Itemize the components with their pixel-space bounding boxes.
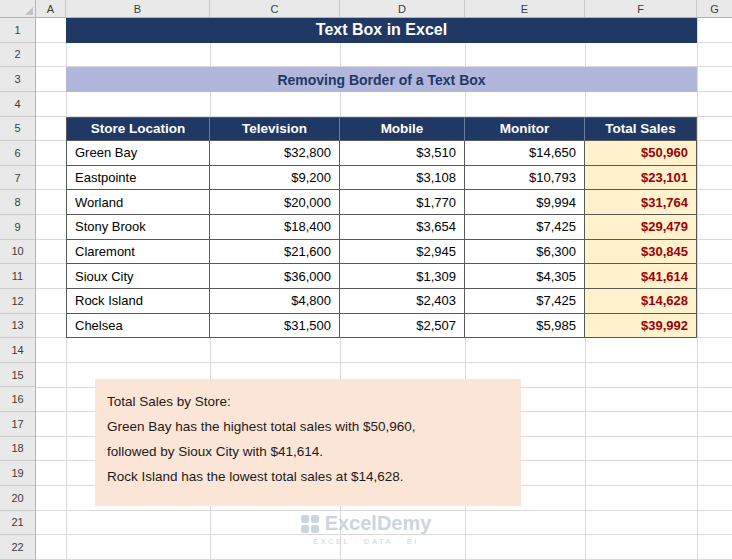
cell-total-sales[interactable]: $41,614 bbox=[585, 264, 697, 289]
table-row: Worland $20,000 $1,770 $9,994 $31,764 bbox=[66, 190, 697, 215]
table-row: Claremont $21,600 $2,945 $6,300 $30,845 bbox=[66, 240, 697, 265]
cell-store[interactable]: Worland bbox=[66, 190, 210, 215]
column-header-a[interactable]: A bbox=[36, 0, 66, 17]
row-header-15[interactable]: 15 bbox=[0, 363, 35, 388]
watermark-brand: ExcelDemy bbox=[325, 512, 432, 535]
cell-mobile[interactable]: $3,654 bbox=[340, 215, 465, 240]
cell-mobile[interactable]: $2,403 bbox=[340, 289, 465, 314]
row-header-12[interactable]: 12 bbox=[0, 289, 35, 314]
cell-television[interactable]: $4,800 bbox=[210, 289, 340, 314]
table-header-television[interactable]: Television bbox=[210, 117, 340, 142]
watermark-brand-row: ExcelDemy bbox=[266, 512, 466, 535]
row-header-17[interactable]: 17 bbox=[0, 412, 35, 437]
select-all-corner[interactable] bbox=[0, 0, 36, 18]
table-header-total-sales[interactable]: Total Sales bbox=[585, 117, 697, 142]
cell-television[interactable]: $20,000 bbox=[210, 190, 340, 215]
cell-mobile[interactable]: $1,770 bbox=[340, 190, 465, 215]
cell-television[interactable]: $21,600 bbox=[210, 240, 340, 265]
cell-television[interactable]: $31,500 bbox=[210, 314, 340, 339]
cell-monitor[interactable]: $7,425 bbox=[465, 289, 585, 314]
cell-monitor[interactable]: $10,793 bbox=[465, 166, 585, 191]
row-header-18[interactable]: 18 bbox=[0, 437, 35, 462]
cell-monitor[interactable]: $6,300 bbox=[465, 240, 585, 265]
summary-text-box[interactable]: Total Sales by Store: Green Bay has the … bbox=[95, 379, 521, 506]
cell-total-sales[interactable]: $31,764 bbox=[585, 190, 697, 215]
cell-store[interactable]: Eastpointe bbox=[66, 166, 210, 191]
row-header-11[interactable]: 11 bbox=[0, 264, 35, 289]
column-header-f[interactable]: F bbox=[585, 0, 697, 17]
row-header-14[interactable]: 14 bbox=[0, 338, 35, 363]
cell-total-sales[interactable]: $39,992 bbox=[585, 314, 697, 339]
text-box-line: Total Sales by Store: bbox=[107, 389, 509, 414]
sales-table: Store Location Television Mobile Monitor… bbox=[66, 117, 697, 339]
row-header-7[interactable]: 7 bbox=[0, 166, 35, 191]
cell-television[interactable]: $32,800 bbox=[210, 141, 340, 166]
cell-store[interactable]: Sioux City bbox=[66, 264, 210, 289]
cell-monitor[interactable]: $14,650 bbox=[465, 141, 585, 166]
table-row: Sioux City $36,000 $1,309 $4,305 $41,614 bbox=[66, 264, 697, 289]
cell-mobile[interactable]: $3,108 bbox=[340, 166, 465, 191]
row-header-5[interactable]: 5 bbox=[0, 117, 35, 142]
cell-store[interactable]: Chelsea bbox=[66, 314, 210, 339]
row-header-4[interactable]: 4 bbox=[0, 92, 35, 117]
table-row: Rock Island $4,800 $2,403 $7,425 $14,628 bbox=[66, 289, 697, 314]
cell-mobile[interactable]: $2,945 bbox=[340, 240, 465, 265]
gridline-vertical bbox=[697, 18, 698, 560]
row-header-16[interactable]: 16 bbox=[0, 387, 35, 412]
cell-total-sales[interactable]: $50,960 bbox=[585, 141, 697, 166]
row-header-2[interactable]: 2 bbox=[0, 43, 35, 68]
column-header-d[interactable]: D bbox=[340, 0, 465, 17]
text-box-line: followed by Sioux City with $41,614. bbox=[107, 439, 509, 464]
cell-store[interactable]: Stony Brook bbox=[66, 215, 210, 240]
title-banner-cell[interactable]: Text Box in Excel bbox=[66, 18, 697, 43]
cell-total-sales[interactable]: $30,845 bbox=[585, 240, 697, 265]
cell-mobile[interactable]: $2,507 bbox=[340, 314, 465, 339]
table-header-mobile[interactable]: Mobile bbox=[340, 117, 465, 142]
cell-monitor[interactable]: $7,425 bbox=[465, 215, 585, 240]
cell-monitor[interactable]: $5,985 bbox=[465, 314, 585, 339]
row-header-3[interactable]: 3 bbox=[0, 67, 35, 92]
row-header-19[interactable]: 19 bbox=[0, 461, 35, 486]
row-header-10[interactable]: 10 bbox=[0, 240, 35, 265]
row-header-1[interactable]: 1 bbox=[0, 18, 35, 43]
watermark-tagline: EXCEL · DATA · BI bbox=[266, 537, 466, 546]
table-row: Chelsea $31,500 $2,507 $5,985 $39,992 bbox=[66, 314, 697, 339]
column-header-bar: A B C D E F G bbox=[36, 0, 732, 18]
row-header-9[interactable]: 9 bbox=[0, 215, 35, 240]
table-row: Eastpointe $9,200 $3,108 $10,793 $23,101 bbox=[66, 166, 697, 191]
table-header-monitor[interactable]: Monitor bbox=[465, 117, 585, 142]
cell-store[interactable]: Claremont bbox=[66, 240, 210, 265]
table-header-row: Store Location Television Mobile Monitor… bbox=[66, 117, 697, 142]
cell-monitor[interactable]: $4,305 bbox=[465, 264, 585, 289]
cell-monitor[interactable]: $9,994 bbox=[465, 190, 585, 215]
column-header-b[interactable]: B bbox=[66, 0, 210, 17]
column-header-c[interactable]: C bbox=[210, 0, 340, 17]
row-header-22[interactable]: 22 bbox=[0, 535, 35, 560]
cell-total-sales[interactable]: $29,479 bbox=[585, 215, 697, 240]
row-header-6[interactable]: 6 bbox=[0, 141, 35, 166]
row-header-13[interactable]: 13 bbox=[0, 314, 35, 339]
cell-television[interactable]: $18,400 bbox=[210, 215, 340, 240]
text-box-line: Green Bay has the highest total sales wi… bbox=[107, 414, 509, 439]
table-row: Green Bay $32,800 $3,510 $14,650 $50,960 bbox=[66, 141, 697, 166]
column-header-g[interactable]: G bbox=[697, 0, 732, 17]
cell-mobile[interactable]: $1,309 bbox=[340, 264, 465, 289]
exceldemy-watermark: ExcelDemy EXCEL · DATA · BI bbox=[266, 512, 466, 546]
cell-total-sales[interactable]: $23,101 bbox=[585, 166, 697, 191]
row-header-8[interactable]: 8 bbox=[0, 190, 35, 215]
cell-store[interactable]: Green Bay bbox=[66, 141, 210, 166]
cell-total-sales[interactable]: $14,628 bbox=[585, 289, 697, 314]
excel-spreadsheet: A B C D E F G 1 2 3 4 5 6 7 8 9 10 11 12… bbox=[0, 0, 732, 560]
cell-television[interactable]: $9,200 bbox=[210, 166, 340, 191]
cell-grid[interactable]: Text Box in Excel Removing Border of a T… bbox=[36, 18, 732, 560]
text-box-line: Rock Island has the lowest total sales a… bbox=[107, 464, 509, 489]
table-header-store-location[interactable]: Store Location bbox=[66, 117, 210, 142]
cell-mobile[interactable]: $3,510 bbox=[340, 141, 465, 166]
row-header-21[interactable]: 21 bbox=[0, 511, 35, 536]
column-header-e[interactable]: E bbox=[465, 0, 585, 17]
subtitle-banner-cell[interactable]: Removing Border of a Text Box bbox=[66, 67, 697, 92]
cell-store[interactable]: Rock Island bbox=[66, 289, 210, 314]
cell-television[interactable]: $36,000 bbox=[210, 264, 340, 289]
row-header-20[interactable]: 20 bbox=[0, 486, 35, 511]
table-row: Stony Brook $18,400 $3,654 $7,425 $29,47… bbox=[66, 215, 697, 240]
